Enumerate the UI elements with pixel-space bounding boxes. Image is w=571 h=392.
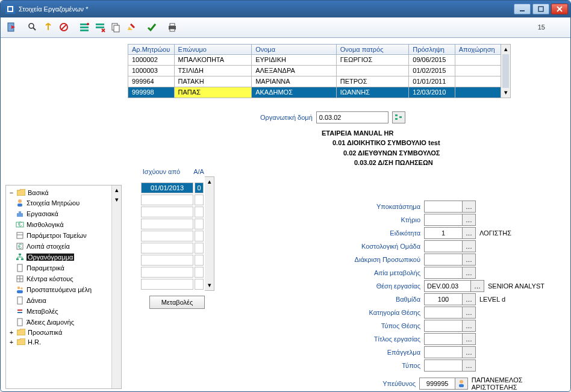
changes-button[interactable]: Μεταβολές	[149, 296, 205, 309]
svg-rect-36	[17, 232, 23, 238]
lookup-button[interactable]: …	[463, 214, 476, 226]
change-reason-field[interactable]	[424, 267, 463, 279]
lookup-button[interactable]: …	[463, 254, 476, 266]
edit-icon[interactable]	[123, 19, 139, 35]
close-button[interactable]	[551, 4, 568, 14]
cost-group-field[interactable]	[424, 240, 463, 252]
scroll-down-icon[interactable]: ▾	[205, 281, 214, 290]
confirm-icon[interactable]	[144, 19, 160, 35]
copy-row-icon[interactable]	[108, 19, 123, 35]
tree-scrollbar[interactable]: ▴ ▾	[111, 185, 121, 388]
scroll-up-icon[interactable]: ▴	[112, 185, 122, 195]
profession-field[interactable]	[424, 346, 463, 358]
refresh-icon[interactable]	[40, 19, 56, 35]
svg-rect-27	[170, 23, 175, 26]
table-row[interactable]: 1000002ΜΠΑΛΚΟΠΗΤΑΕΥΡΙΔΙΚΗΓΕΩΡΓΙΟΣ09/06/2…	[128, 54, 501, 65]
svg-point-30	[18, 199, 22, 203]
tree-item-loans[interactable]: Δάνεια	[7, 295, 110, 306]
tree-item-dependents[interactable]: Προστατευόμενα μέλη	[7, 284, 110, 295]
expand-icon[interactable]: +	[8, 329, 14, 336]
tools-icon	[16, 210, 24, 218]
lookup-button[interactable]: …	[463, 201, 476, 213]
people-icon	[16, 285, 24, 294]
scroll-thumb[interactable]	[502, 54, 509, 88]
col-hire[interactable]: Πρόσληψη	[409, 44, 455, 54]
exit-icon[interactable]	[4, 19, 20, 35]
col-leave[interactable]: Αποχώρηση	[455, 44, 501, 54]
tree-item-other[interactable]: €Λοιπά στοιχεία	[7, 241, 110, 252]
col-father[interactable]: Ονομα πατρός	[336, 44, 409, 54]
org-code-input[interactable]	[316, 111, 388, 123]
scroll-up-icon[interactable]: ▴	[205, 177, 214, 187]
supervisor-picker-button[interactable]	[455, 378, 468, 390]
expand-icon[interactable]: +	[8, 338, 14, 346]
svg-rect-60	[399, 116, 402, 118]
lookup-button[interactable]: …	[463, 240, 476, 252]
tree-item-residence[interactable]: Άδειες Διαμονής	[7, 317, 110, 328]
tree-group-hr[interactable]: +H.R.	[7, 337, 110, 347]
scroll-up-icon[interactable]: ▴	[501, 45, 510, 54]
doc2-icon	[16, 296, 24, 305]
tree-item-orgchart[interactable]: Οργανόγραμμα	[7, 252, 110, 263]
scroll-down-icon[interactable]: ▾	[501, 88, 510, 98]
tree-group-prosopika[interactable]: +Προσωπικά	[7, 328, 110, 337]
lookup-button[interactable]: …	[463, 333, 476, 345]
col-id[interactable]: Αρ.Μητρώου	[128, 44, 175, 54]
employee-grid[interactable]: Αρ.Μητρώου Επώνυμο Ονομα Ονομα πατρός Πρ…	[128, 44, 501, 98]
print-icon[interactable]	[164, 19, 180, 35]
minimize-button[interactable]	[514, 4, 531, 14]
params-icon	[16, 231, 24, 240]
lookup-button[interactable]: …	[463, 346, 476, 358]
position-field[interactable]: DEV.00.03	[424, 280, 471, 292]
tree-item-registry[interactable]: Στοιχεία Μητρώου	[7, 198, 110, 208]
money-icon: €	[16, 220, 24, 229]
nav-tree: − Βασικά Στοιχεία Μητρώου Εργασιακά €Μισ…	[5, 185, 122, 389]
maximize-button[interactable]	[532, 4, 549, 14]
table-row[interactable]: 999964ΠΑΤΑΚΗΜΑΡΙΑΝΝΑΠΕΤΡΟΣ01/01/2011	[128, 76, 501, 87]
building-field[interactable]	[424, 214, 463, 226]
tree-item-changes[interactable]: Μεταβολές	[7, 306, 110, 317]
tree-item-funds[interactable]: Παράμετροι Ταμείων	[7, 230, 110, 241]
grade-field[interactable]: 100	[424, 293, 463, 305]
supervisor-field[interactable]: 999995	[419, 378, 455, 390]
tree-item-work[interactable]: Εργασιακά	[7, 208, 110, 219]
lookup-button[interactable]: …	[463, 306, 476, 319]
lookup-button[interactable]: …	[463, 293, 476, 305]
position-type-field[interactable]	[424, 320, 463, 332]
delete-row-icon[interactable]	[92, 19, 108, 35]
tree-item-cost-centers[interactable]: Κέντρα κόστους	[7, 273, 110, 284]
type-field[interactable]	[424, 359, 463, 372]
orgchart-icon	[16, 253, 24, 261]
lookup-button[interactable]: …	[463, 359, 476, 372]
position-category-field[interactable]	[424, 306, 463, 319]
tree-item-parametric[interactable]: Παραμετρικά	[7, 263, 110, 273]
job-title-field[interactable]	[424, 333, 463, 345]
scroll-down-icon[interactable]: ▾	[112, 195, 122, 205]
col-surname[interactable]: Επώνυμο	[174, 44, 252, 54]
search-icon[interactable]	[25, 19, 40, 35]
lookup-button[interactable]: …	[463, 227, 476, 239]
cancel-icon[interactable]	[56, 19, 72, 35]
lookup-button[interactable]: …	[463, 320, 476, 332]
mini-scrollbar[interactable]: ▴ ▾	[205, 176, 214, 291]
collapse-icon[interactable]: −	[8, 189, 14, 196]
table-row-selected[interactable]: 999998ΠΑΠΑΣΑΚΑΔΗΜΟΣΙΩΑΝΝΗΣ12/03/2010	[128, 87, 501, 98]
staff-class-field[interactable]	[424, 254, 463, 266]
lookup-button[interactable]: …	[463, 267, 476, 279]
toolbar: 15	[1, 17, 570, 38]
col-name[interactable]: Ονομα	[252, 44, 337, 54]
svg-rect-54	[17, 297, 22, 304]
validity-grid[interactable]: 01/01/20130	[140, 181, 205, 291]
detail-fields: Υποκατάστημα… Κτήριο… Ειδικότητα1…ΛΟΓΙΣΤ…	[349, 201, 563, 391]
svg-line-25	[131, 24, 134, 28]
table-row[interactable]: 1000003ΤΣΙΛΙΔΗΑΛΕΞΑΝΔΡΑ01/02/2015	[128, 65, 501, 76]
tree-item-payroll[interactable]: €Μισθολογικά	[7, 219, 110, 230]
branch-field[interactable]	[424, 201, 463, 213]
org-picker-button[interactable]	[392, 111, 405, 123]
lookup-button[interactable]: …	[471, 280, 484, 292]
add-row-icon[interactable]	[76, 19, 92, 35]
specialty-field[interactable]: 1	[424, 227, 463, 239]
tree-group-basika[interactable]: − Βασικά	[7, 188, 110, 198]
grid-scrollbar[interactable]: ▴ ▾	[501, 44, 511, 98]
svg-rect-55	[17, 319, 22, 326]
